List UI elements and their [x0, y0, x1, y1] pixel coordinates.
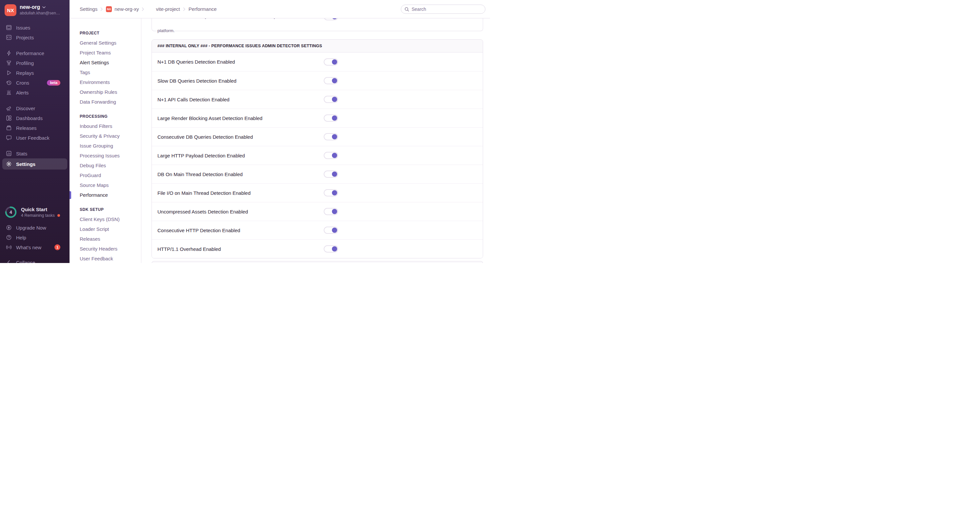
sidebar-item-performance[interactable]: Performance	[0, 48, 70, 58]
sidebar-item-upgrade-now[interactable]: Upgrade Now	[0, 222, 70, 232]
detector-settings-panel: ### INTERNAL ONLY ### - PERFORMANCE ISSU…	[151, 39, 483, 258]
sidebar-item-settings[interactable]: Settings	[2, 158, 67, 170]
breadcrumb-label: vite-project	[156, 6, 180, 12]
sidebar-item-dashboards[interactable]: Dashboards	[0, 113, 70, 123]
subnav-item-processing-issues[interactable]: Processing Issues	[80, 151, 141, 161]
breadcrumb-performance[interactable]: Performance	[189, 6, 217, 12]
sidebar-item-user-feedback[interactable]: User Feedback	[0, 133, 70, 143]
subnav-item-project-teams[interactable]: Project Teams	[80, 48, 141, 58]
subnav-section-title: PROJECT	[80, 31, 141, 36]
notification-dot	[57, 214, 60, 217]
setting-label: N+1 API Calls Detection Enabled	[158, 97, 324, 102]
subnav-item-loader-script[interactable]: Loader Script	[80, 224, 141, 234]
toggle-switch-slow-db-queries-detection-enabled[interactable]	[324, 77, 338, 84]
toggle-knob	[332, 172, 337, 177]
replays-icon	[6, 70, 12, 76]
toggle-switch-large-render-blocking-asset-detection-enabled[interactable]	[324, 114, 338, 122]
toggle-switch-n-1-api-calls-detection-enabled[interactable]	[324, 96, 338, 103]
toggle-knob	[332, 18, 337, 19]
sidebar-footer: Upgrade NowHelpWhat's new1Collapse	[0, 222, 70, 263]
subnav-item-alert-settings[interactable]: Alert Settings	[80, 58, 141, 68]
setting-row-large-render-blocking-asset-detection-enabled: Large Render Blocking Asset Detection En…	[152, 108, 483, 127]
sidebar-item-label: Issues	[16, 25, 30, 30]
subnav-item-source-maps[interactable]: Source Maps	[80, 180, 141, 190]
subnav-item-tags[interactable]: Tags	[80, 68, 141, 77]
settings-icon	[6, 161, 12, 167]
sidebar-item-profiling[interactable]: Profiling	[0, 58, 70, 68]
dashboards-icon	[6, 115, 12, 121]
subnav-item-inbound-filters[interactable]: Inbound Filters	[80, 121, 141, 131]
sidebar-nav: IssuesProjectsPerformanceProfilingReplay…	[0, 16, 70, 170]
search-icon	[404, 7, 409, 12]
sidebar-item-label: What's new	[16, 245, 41, 250]
subnav-item-security-privacy[interactable]: Security & Privacy	[80, 131, 141, 141]
sidebar-item-what-s-new[interactable]: What's new1	[0, 242, 70, 252]
crons-icon	[6, 80, 12, 86]
toggle-knob	[332, 78, 337, 83]
org-crumb-avatar: NX	[106, 6, 112, 12]
subnav-item-releases[interactable]: Releases	[80, 234, 141, 244]
subnav-item-ownership-rules[interactable]: Ownership Rules	[80, 87, 141, 97]
sidebar-item-discover[interactable]: Discover	[0, 103, 70, 113]
setting-label: Large HTTP Payload Detection Enabled	[158, 153, 324, 158]
subnav-section: PROJECTGeneral SettingsProject TeamsAler…	[80, 31, 141, 107]
sidebar-item-collapse[interactable]: Collapse	[0, 257, 70, 263]
subnav-item-issue-grouping[interactable]: Issue Grouping	[80, 141, 141, 151]
toggle-switch-partial[interactable]	[324, 18, 338, 20]
setting-row-slow-db-queries-detection-enabled: Slow DB Queries Detection Enabled	[152, 71, 483, 90]
setting-label: Uncompressed Assets Detection Enabled	[158, 209, 324, 215]
search-input[interactable]	[401, 5, 485, 14]
breadcrumb-new-org-xy[interactable]: NXnew-org-xy	[106, 6, 139, 12]
clipped-text-fragment	[274, 18, 275, 19]
subnav-item-user-feedback[interactable]: User Feedback	[80, 254, 141, 263]
sidebar-item-releases[interactable]: Releases	[0, 123, 70, 133]
sidebar-item-issues[interactable]: Issues	[0, 22, 70, 32]
subnav-item-environments[interactable]: Environments	[80, 77, 141, 87]
subnav-item-client-keys-dsn[interactable]: Client Keys (DSN)	[80, 215, 141, 224]
breadcrumb-vite-project[interactable]: vite-project	[147, 6, 180, 12]
discover-icon	[6, 105, 12, 111]
sidebar-item-crons[interactable]: Cronsbeta	[0, 78, 70, 87]
sidebar-item-label: Stats	[16, 151, 27, 156]
quick-start-panel[interactable]: 4 Quick Start 4 Remaining tasks	[0, 206, 70, 218]
org-avatar: NX	[5, 4, 16, 16]
toggle-knob	[332, 59, 337, 65]
sidebar-item-label: Upgrade Now	[16, 225, 46, 230]
setting-row-uncompressed-assets-detection-enabled: Uncompressed Assets Detection Enabled	[152, 202, 483, 221]
subnav-item-data-forwarding[interactable]: Data Forwarding	[80, 97, 141, 107]
setting-row-consecutive-http-detection-enabled: Consecutive HTTP Detection Enabled	[152, 221, 483, 239]
toggle-switch-consecutive-db-queries-detection-enabled[interactable]	[324, 133, 338, 140]
toggle-switch-consecutive-http-detection-enabled[interactable]	[324, 227, 338, 234]
settings-subnav: PROJECTGeneral SettingsProject TeamsAler…	[70, 18, 142, 263]
subnav-item-debug-files[interactable]: Debug Files	[80, 161, 141, 170]
subnav-item-security-headers[interactable]: Security Headers	[80, 244, 141, 254]
sidebar-item-projects[interactable]: Projects	[0, 32, 70, 42]
sidebar-spacer	[0, 170, 70, 206]
sidebar-item-stats[interactable]: Stats	[0, 149, 70, 158]
sidebar-item-help[interactable]: Help	[0, 232, 70, 242]
toggle-switch-http-1-1-overhead-enabled[interactable]	[324, 245, 338, 253]
toggle-switch-large-http-payload-detection-enabled[interactable]	[324, 152, 338, 159]
org-switcher[interactable]: NX new-org abdullah.khan@sen…	[0, 0, 70, 16]
toggle-switch-uncompressed-assets-detection-enabled[interactable]	[324, 208, 338, 215]
badge-crons: beta	[47, 80, 60, 86]
subnav-section: PROCESSINGInbound FiltersSecurity & Priv…	[80, 114, 141, 200]
sidebar-item-alerts[interactable]: Alerts	[0, 87, 70, 97]
sidebar-item-label: Performance	[16, 51, 44, 56]
collapse-icon	[6, 259, 12, 263]
toggle-knob	[332, 97, 337, 102]
subnav-item-general-settings[interactable]: General Settings	[80, 38, 141, 48]
toggle-switch-n-1-db-queries-detection-enabled[interactable]	[324, 58, 338, 65]
sidebar-item-replays[interactable]: Replays	[0, 68, 70, 78]
subnav-item-performance[interactable]: Performance	[80, 190, 141, 200]
setting-label: Consecutive DB Queries Detection Enabled	[158, 134, 324, 140]
sidebar-group: StatsSettings	[0, 149, 70, 170]
toggle-switch-file-i-o-on-main-thread-detection-enabled[interactable]	[324, 189, 338, 196]
sidebar-item-label: Profiling	[16, 60, 34, 66]
setting-label: N+1 DB Queries Detection Enabled	[158, 59, 324, 65]
toggle-switch-db-on-main-thread-detection-enabled[interactable]	[324, 170, 338, 178]
sidebar-item-label: Projects	[16, 35, 34, 40]
setting-label: HTTP/1.1 Overhead Enabled	[158, 246, 324, 252]
subnav-item-proguard[interactable]: ProGuard	[80, 170, 141, 180]
breadcrumb-settings[interactable]: Settings	[80, 6, 97, 12]
